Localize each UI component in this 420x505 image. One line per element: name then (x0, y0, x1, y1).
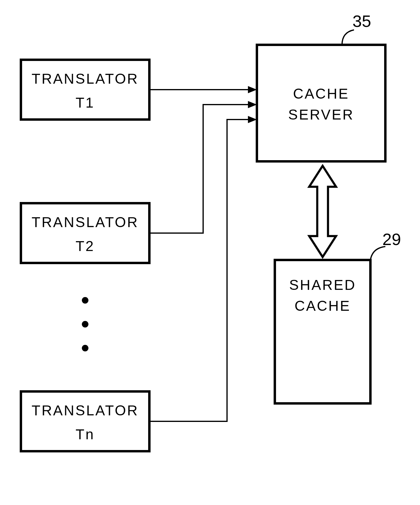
svg-marker-6 (248, 86, 257, 93)
translator-t2-box: TRANSLATOR T2 (21, 203, 149, 263)
translator-tn-label-id: Tn (76, 426, 95, 442)
ellipsis-dot (82, 345, 88, 351)
ellipsis-dot (82, 297, 88, 304)
shared-cache-label-1: SHARED (289, 277, 356, 293)
connector-t2-to-cache (149, 101, 257, 233)
ref-29: 29 (370, 230, 401, 260)
svg-marker-8 (248, 116, 257, 123)
ref-29-text: 29 (382, 230, 401, 249)
cache-server-box: CACHE SERVER (257, 45, 385, 161)
connector-t1-to-cache (149, 86, 257, 93)
diagram-canvas: TRANSLATOR T1 TRANSLATOR T2 TRANSLATOR T… (0, 0, 420, 505)
translator-tn-box: TRANSLATOR Tn (21, 391, 149, 451)
svg-marker-7 (248, 101, 257, 108)
svg-rect-3 (257, 45, 385, 161)
translator-t1-box: TRANSLATOR T1 (21, 60, 149, 120)
cache-server-label-2: SERVER (288, 107, 354, 123)
double-arrow-cache-to-shared (309, 166, 336, 257)
cache-server-label-1: CACHE (293, 86, 349, 102)
translator-t2-label-id: T2 (76, 238, 95, 254)
shared-cache-box: SHARED CACHE (275, 260, 370, 403)
svg-rect-1 (21, 203, 149, 263)
translator-tn-label-word: TRANSLATOR (32, 403, 139, 418)
ref-35-text: 35 (352, 12, 371, 30)
translator-t1-label-word: TRANSLATOR (32, 71, 139, 87)
ellipsis-dot (82, 321, 88, 328)
svg-rect-2 (21, 391, 149, 451)
translator-t1-label-id: T1 (76, 95, 95, 111)
translator-t2-label-word: TRANSLATOR (32, 214, 139, 230)
svg-rect-0 (21, 60, 149, 120)
ref-35: 35 (342, 12, 371, 45)
shared-cache-label-2: CACHE (295, 298, 351, 314)
